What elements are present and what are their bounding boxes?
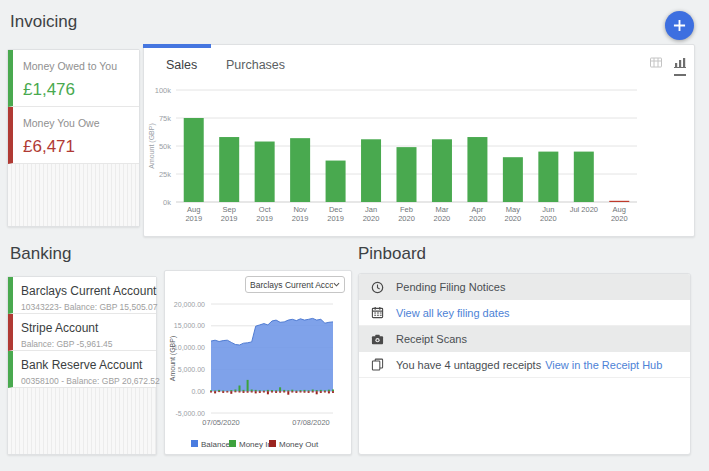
svg-text:2019: 2019 (292, 214, 309, 223)
svg-text:2020: 2020 (611, 214, 628, 223)
svg-text:2019: 2019 (256, 214, 273, 223)
pinboard-card: Pending Filing Notices View all key fili… (358, 273, 691, 455)
active-tab-indicator (143, 44, 211, 48)
add-button[interactable] (665, 11, 694, 40)
pinboard-row-receipt-scans: Receipt Scans (359, 326, 690, 352)
banking-chart-card: Barclays Current Account 20,000.0015,000… (164, 270, 352, 455)
svg-text:2020: 2020 (363, 214, 380, 223)
receipt-hub-link[interactable]: View in the Receipt Hub (545, 359, 662, 371)
money-owed-label: Money Owed to You (23, 60, 129, 72)
svg-text:2020: 2020 (434, 214, 451, 223)
account-detail: Balance: GBP -5,961.45 (21, 339, 148, 349)
svg-text:2020: 2020 (469, 214, 486, 223)
svg-text:07/05/2020: 07/05/2020 (202, 418, 240, 427)
svg-text:10,000.00: 10,000.00 (174, 344, 205, 351)
svg-text:2019: 2019 (327, 214, 344, 223)
account-selector[interactable]: Barclays Current Account (245, 276, 345, 293)
money-you-owe-label: Money You Owe (23, 117, 129, 129)
receipts-icon (371, 358, 384, 371)
account-card-reserve[interactable]: Bank Reserve Account 00358100 - Balance:… (8, 351, 156, 388)
svg-text:50k: 50k (159, 142, 171, 151)
money-you-owe-card[interactable]: Money You Owe £6,471 (8, 107, 139, 164)
svg-text:0k: 0k (163, 198, 171, 207)
filing-dates-link[interactable]: View all key filing dates (396, 307, 510, 319)
svg-text:5,000.00: 5,000.00 (178, 366, 205, 373)
svg-text:2019: 2019 (221, 214, 238, 223)
account-detail: 00358100 - Balance: GBP 20,672.52 (21, 376, 148, 386)
pending-filing-label: Pending Filing Notices (396, 281, 505, 293)
clock-icon (371, 281, 384, 294)
svg-text:Amount (GBP): Amount (GBP) (169, 336, 177, 382)
pinboard-row-untagged-receipts: You have 4 untagged receipts View in the… (359, 352, 690, 378)
bank-accounts-panel: Barclays Current Account 10343223- Balan… (7, 276, 157, 455)
chart-view-toggle (650, 54, 686, 76)
svg-text:Money In: Money In (239, 440, 272, 449)
invoicing-chart-card: Sales Purchases 0k25k50k75k100kAug2019Se… (143, 44, 695, 237)
svg-text:25k: 25k (159, 170, 171, 179)
account-selector-value: Barclays Current Account (250, 280, 333, 290)
svg-text:2020: 2020 (505, 214, 522, 223)
chevron-down-icon (333, 282, 340, 287)
svg-text:2020: 2020 (398, 214, 415, 223)
svg-text:2019: 2019 (185, 214, 202, 223)
svg-text:Jul 2020: Jul 2020 (570, 205, 598, 214)
account-card-barclays[interactable]: Barclays Current Account 10343223- Balan… (8, 277, 156, 314)
svg-text:0.00: 0.00 (191, 388, 205, 395)
svg-text:75k: 75k (159, 114, 171, 123)
tab-purchases[interactable]: Purchases (226, 58, 285, 72)
svg-text:Amount (GBP): Amount (GBP) (148, 123, 156, 169)
account-name: Stripe Account (21, 321, 148, 335)
sales-bar-chart: 0k25k50k75k100kAug2019Sep2019Oct2019Nov2… (144, 81, 696, 238)
banking-area-chart: 20,000.0015,000.0010,000.005,000.000.00-… (165, 297, 353, 456)
plus-icon (673, 19, 686, 32)
svg-text:Money Out: Money Out (279, 440, 319, 449)
untagged-receipts-text: You have 4 untagged receipts (396, 359, 541, 371)
svg-text:20,000.00: 20,000.00 (174, 301, 205, 308)
svg-text:2020: 2020 (540, 214, 557, 223)
accounts-filler-texture (8, 388, 156, 454)
camera-icon (371, 333, 384, 346)
svg-text:15,000.00: 15,000.00 (174, 322, 205, 329)
pinboard-section-title: Pinboard (358, 244, 426, 264)
account-name: Bank Reserve Account (21, 358, 148, 372)
invoicing-section-title: Invoicing (10, 12, 77, 32)
money-owed-value: £1,476 (23, 80, 129, 100)
chart-view-icon[interactable] (674, 54, 686, 76)
money-owed-card[interactable]: Money Owed to You £1,476 (8, 50, 139, 107)
svg-text:07/08/2020: 07/08/2020 (292, 418, 330, 427)
account-name: Barclays Current Account (21, 284, 148, 298)
banking-section-title: Banking (10, 244, 71, 264)
svg-text:Balance: Balance (201, 440, 230, 449)
account-card-stripe[interactable]: Stripe Account Balance: GBP -5,961.45 (8, 314, 156, 351)
tab-sales[interactable]: Sales (166, 58, 197, 72)
invoicing-summary-panel: Money Owed to You £1,476 Money You Owe £… (7, 49, 140, 227)
table-view-icon[interactable] (650, 54, 662, 72)
pinboard-row-filing-dates: View all key filing dates (359, 300, 690, 326)
account-detail: 10343223- Balance: GBP 15,505.07 (21, 302, 148, 312)
svg-text:100k: 100k (155, 86, 172, 95)
receipt-scans-label: Receipt Scans (396, 333, 467, 345)
summary-filler-texture (8, 164, 139, 226)
svg-text:-5,000.00: -5,000.00 (175, 410, 205, 417)
money-you-owe-value: £6,471 (23, 137, 129, 157)
calendar-icon (371, 306, 384, 319)
pinboard-row-pending-filing: Pending Filing Notices (359, 274, 690, 300)
